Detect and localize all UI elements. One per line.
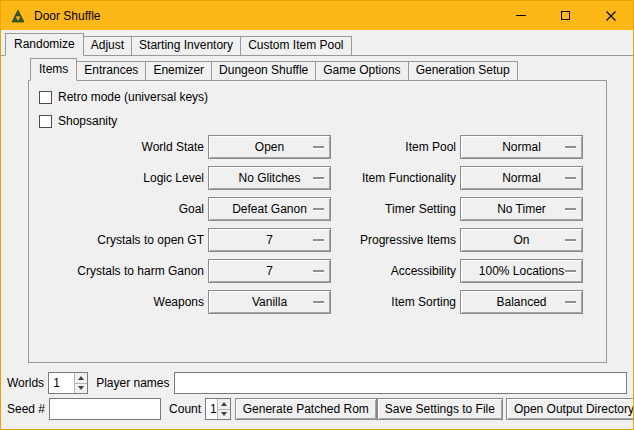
app-icon xyxy=(10,8,26,24)
player-names-input[interactable] xyxy=(174,372,628,394)
minimize-icon xyxy=(516,15,526,16)
sub-tab-entrances[interactable]: Entrances xyxy=(76,61,146,81)
accessibility-value: 100% Locations xyxy=(479,264,564,278)
main-tabbar: Randomize Adjust Starting Inventory Cust… xyxy=(5,34,351,56)
dropdown-indicator-icon xyxy=(565,146,576,148)
shopsanity-label: Shopsanity xyxy=(58,114,117,128)
item-pool-value: Normal xyxy=(502,140,541,154)
crystals-ganon-value: 7 xyxy=(266,264,273,278)
save-settings-button[interactable]: Save Settings to File xyxy=(377,398,503,420)
spin-up-icon xyxy=(221,402,227,406)
worlds-spin-up-button[interactable] xyxy=(75,373,87,383)
generate-row: Seed # Count 1 Generate Patched Rom Save… xyxy=(7,398,627,420)
maximize-button[interactable] xyxy=(543,1,588,30)
checkbox-shopsanity[interactable] xyxy=(39,115,52,128)
logic-level-value: No Glitches xyxy=(238,171,300,185)
retro-mode-row: Retro mode (universal keys) xyxy=(39,89,208,105)
count-spin-down-button[interactable] xyxy=(218,409,230,420)
dropdown-indicator-icon xyxy=(565,301,576,303)
setting-row: World State Open Item Pool Normal xyxy=(30,131,605,162)
sub-tab-generation-setup[interactable]: Generation Setup xyxy=(408,61,518,81)
weapons-value: Vanilla xyxy=(252,295,287,309)
accessibility-dropdown[interactable]: 100% Locations xyxy=(460,259,583,283)
window-title: Door Shuffle xyxy=(34,9,101,23)
setting-row: Crystals to harm Ganon 7 Accessibility 1… xyxy=(30,255,605,286)
world-state-dropdown[interactable]: Open xyxy=(208,135,331,159)
spin-down-icon xyxy=(221,412,227,416)
item-functionality-value: Normal xyxy=(502,171,541,185)
seed-input[interactable] xyxy=(49,398,161,420)
main-tab-adjust[interactable]: Adjust xyxy=(83,36,132,56)
worlds-value: 1 xyxy=(49,373,74,393)
crystals-ganon-label: Crystals to harm Ganon xyxy=(30,264,204,278)
setting-row: Weapons Vanilla Item Sorting Balanced xyxy=(30,286,605,317)
titlebar[interactable]: Door Shuffle xyxy=(1,1,633,30)
crystals-gt-dropdown[interactable]: 7 xyxy=(208,228,331,252)
goal-dropdown[interactable]: Defeat Ganon xyxy=(208,197,331,221)
goal-value: Defeat Ganon xyxy=(232,202,307,216)
client-area: Randomize Adjust Starting Inventory Cust… xyxy=(1,30,633,429)
setting-row: Goal Defeat Ganon Timer Setting No Timer xyxy=(30,193,605,224)
window: Door Shuffle Randomize Adjust Starting I… xyxy=(0,0,634,430)
dropdown-indicator-icon xyxy=(313,177,324,179)
dropdown-indicator-icon xyxy=(565,177,576,179)
sub-tab-enemizer[interactable]: Enemizer xyxy=(145,61,212,81)
timer-setting-label: Timer Setting xyxy=(331,202,456,216)
main-tab-randomize[interactable]: Randomize xyxy=(5,33,84,56)
item-sorting-label: Item Sorting xyxy=(331,295,456,309)
item-functionality-dropdown[interactable]: Normal xyxy=(460,166,583,190)
sub-tab-dungeon-shuffle[interactable]: Dungeon Shuffle xyxy=(211,61,316,81)
spin-down-icon xyxy=(78,386,84,390)
sub-tab-items[interactable]: Items xyxy=(30,58,77,81)
checkbox-retro-mode[interactable] xyxy=(39,91,52,104)
progressive-items-value: On xyxy=(513,233,529,247)
main-tab-custom-item-pool[interactable]: Custom Item Pool xyxy=(240,36,351,56)
count-spinbox[interactable]: 1 xyxy=(205,398,231,420)
shopsanity-row: Shopsanity xyxy=(39,113,117,129)
seed-label: Seed # xyxy=(7,402,45,416)
weapons-dropdown[interactable]: Vanilla xyxy=(208,290,331,314)
minimize-button[interactable] xyxy=(498,1,543,30)
item-pool-label: Item Pool xyxy=(331,140,456,154)
generate-rom-button[interactable]: Generate Patched Rom xyxy=(235,398,377,420)
logic-level-dropdown[interactable]: No Glitches xyxy=(208,166,331,190)
worlds-spinbox[interactable]: 1 xyxy=(48,372,88,394)
player-names-label: Player names xyxy=(96,376,169,390)
item-pool-dropdown[interactable]: Normal xyxy=(460,135,583,159)
main-tab-starting-inventory[interactable]: Starting Inventory xyxy=(131,36,241,56)
dropdown-indicator-icon xyxy=(565,208,576,210)
item-sorting-dropdown[interactable]: Balanced xyxy=(460,290,583,314)
progressive-items-label: Progressive Items xyxy=(331,233,456,247)
worlds-label: Worlds xyxy=(7,376,44,390)
count-label: Count xyxy=(169,402,201,416)
open-output-button[interactable]: Open Output Directory xyxy=(506,398,634,420)
dropdown-indicator-icon xyxy=(313,239,324,241)
accessibility-label: Accessibility xyxy=(331,264,456,278)
world-state-value: Open xyxy=(255,140,284,154)
item-functionality-label: Item Functionality xyxy=(331,171,456,185)
spinner-buttons xyxy=(74,373,87,393)
timer-setting-value: No Timer xyxy=(497,202,546,216)
caption-buttons xyxy=(498,1,633,30)
progressive-items-dropdown[interactable]: On xyxy=(460,228,583,252)
randomize-pane: Items Entrances Enemizer Dungeon Shuffle… xyxy=(1,55,633,429)
crystals-gt-value: 7 xyxy=(266,233,273,247)
dropdown-indicator-icon xyxy=(313,301,324,303)
dropdown-indicator-icon xyxy=(313,146,324,148)
worlds-row: Worlds 1 Player names xyxy=(7,372,627,394)
worlds-spin-down-button[interactable] xyxy=(75,383,87,394)
count-value: 1 xyxy=(206,399,217,419)
timer-setting-dropdown[interactable]: No Timer xyxy=(460,197,583,221)
dropdown-indicator-icon xyxy=(313,208,324,210)
items-pane: Retro mode (universal keys) Shopsanity W… xyxy=(28,80,607,363)
logic-level-label: Logic Level xyxy=(30,171,204,185)
sub-tabbar: Items Entrances Enemizer Dungeon Shuffle… xyxy=(30,59,517,81)
count-spin-up-button[interactable] xyxy=(218,399,230,409)
spin-up-icon xyxy=(78,376,84,380)
dropdown-indicator-icon xyxy=(565,239,576,241)
crystals-ganon-dropdown[interactable]: 7 xyxy=(208,259,331,283)
crystals-gt-label: Crystals to open GT xyxy=(30,233,204,247)
sub-tab-game-options[interactable]: Game Options xyxy=(315,61,408,81)
weapons-label: Weapons xyxy=(30,295,204,309)
close-button[interactable] xyxy=(588,1,633,30)
